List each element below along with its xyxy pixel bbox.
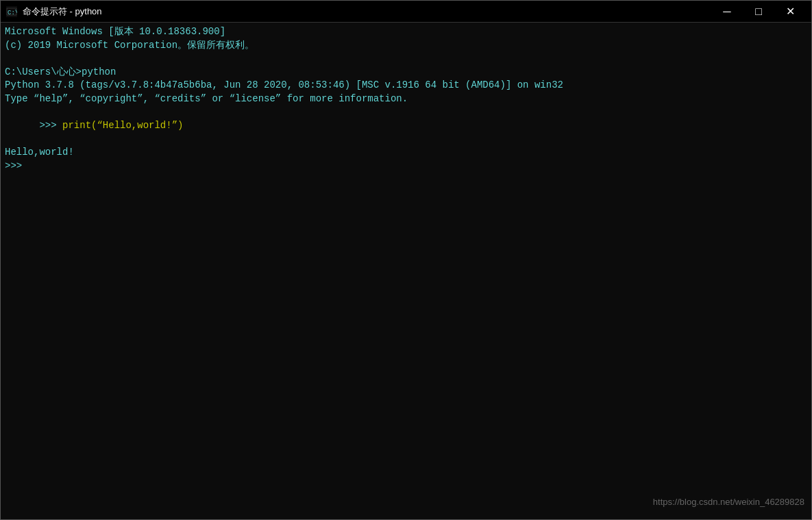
close-button[interactable]: ✕ <box>774 1 806 23</box>
maximize-button[interactable]: □ <box>743 1 774 23</box>
prompt-empty-line: >>> <box>5 160 807 173</box>
print-code: print(“Hello,world!”) <box>62 120 183 131</box>
title-bar: C:\ 命令提示符 - python ─ □ ✕ <box>1 1 811 23</box>
prompt-print-line: >>> print(“Hello,world!”) <box>5 106 807 147</box>
cmd-icon: C:\ <box>6 6 17 17</box>
window: C:\ 命令提示符 - python ─ □ ✕ Microsoft Windo… <box>0 0 812 520</box>
win-version-line: Microsoft Windows [版本 10.0.18363.900] <box>5 25 807 39</box>
title-bar-title: 命令提示符 - python <box>23 5 711 18</box>
title-bar-controls: ─ □ ✕ <box>711 1 806 23</box>
python-version-line: Python 3.7.8 (tags/v3.7.8:4b47a5b6ba, Ju… <box>5 79 807 92</box>
python-help-line: Type “help”, “copyright”, “credits” or “… <box>5 92 807 106</box>
minimize-button[interactable]: ─ <box>711 1 743 23</box>
prompt-symbol: >>> <box>39 120 62 131</box>
svg-text:C:\: C:\ <box>8 10 17 16</box>
prompt-python-line: C:\Users\心心>python <box>5 66 807 79</box>
console-body[interactable]: Microsoft Windows [版本 10.0.18363.900] (c… <box>1 23 811 519</box>
blank-line-1 <box>5 52 807 66</box>
hello-output-line: Hello,world! <box>5 146 807 160</box>
win-copyright-line: (c) 2019 Microsoft Corporation。保留所有权利。 <box>5 39 807 53</box>
watermark: https://blog.csdn.net/weixin_46289828 <box>653 497 804 507</box>
